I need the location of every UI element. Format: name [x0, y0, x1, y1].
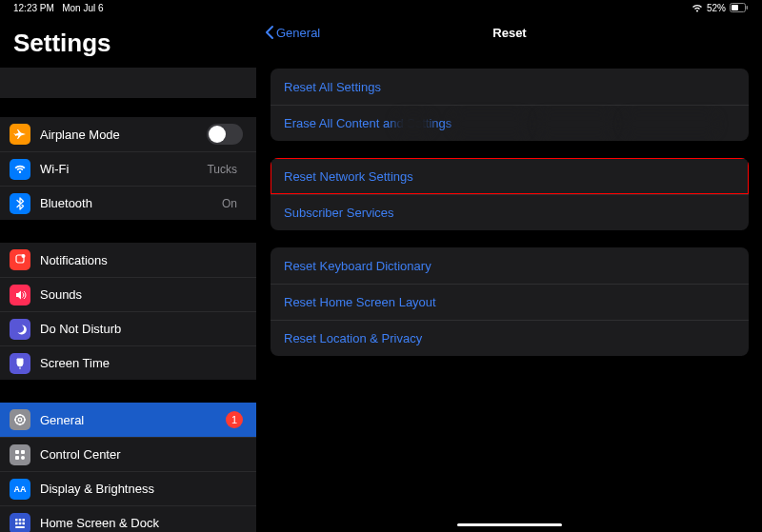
general-row[interactable]: General 1 — [0, 403, 256, 437]
svg-rect-14 — [23, 519, 26, 522]
bluetooth-row[interactable]: Bluetooth On — [0, 186, 256, 220]
controlcenter-icon — [10, 444, 30, 465]
redaction — [537, 112, 613, 135]
group-alerts: Notifications Sounds Do Not Disturb Scre… — [0, 243, 256, 380]
bluetooth-value: On — [222, 197, 237, 210]
bluetooth-icon — [10, 193, 30, 214]
svg-rect-18 — [15, 526, 25, 528]
page-title: Reset — [492, 26, 526, 40]
wifi-icon — [692, 4, 703, 12]
svg-rect-12 — [15, 519, 18, 522]
battery-icon — [730, 3, 749, 12]
homescreen-label: Home Screen & Dock — [40, 516, 243, 530]
sounds-icon — [10, 285, 30, 305]
screentime-label: Screen Time — [40, 356, 243, 370]
home-layout-label: Reset Home Screen Layout — [284, 295, 436, 309]
group-general: General 1 Control Center AA Display & Br… — [0, 403, 256, 532]
svg-rect-8 — [21, 450, 25, 454]
svg-rect-7 — [15, 450, 19, 454]
wifi-row[interactable]: Wi-Fi Tucks — [0, 151, 256, 186]
redaction — [451, 112, 528, 135]
reset-all-label: Reset All Settings — [284, 80, 381, 94]
svg-rect-2 — [747, 6, 749, 10]
keyboard-label: Reset Keyboard Dictionary — [284, 259, 431, 273]
homescreen-icon — [10, 513, 30, 533]
section-network: Reset Network Settings Subscriber Servic… — [271, 158, 749, 230]
dnd-icon — [10, 319, 30, 340]
reset-all-settings[interactable]: Reset All Settings — [271, 69, 749, 105]
wifi-row-icon — [10, 159, 30, 180]
display-row[interactable]: AA Display & Brightness — [0, 471, 256, 505]
svg-rect-9 — [15, 456, 19, 460]
home-indicator[interactable] — [457, 523, 562, 526]
redaction — [394, 112, 432, 135]
screentime-icon — [10, 353, 30, 374]
airplane-label: Airplane Mode — [40, 128, 207, 142]
status-time: 12:23 PM — [13, 3, 54, 13]
bluetooth-label: Bluetooth — [40, 196, 222, 210]
back-label: General — [276, 26, 320, 40]
svg-rect-13 — [19, 519, 22, 522]
chevron-left-icon — [265, 25, 274, 40]
dnd-row[interactable]: Do Not Disturb — [0, 311, 256, 345]
svg-rect-16 — [19, 522, 22, 524]
status-left: 12:23 PM Mon Jul 6 — [13, 3, 104, 13]
reset-network-label: Reset Network Settings — [284, 169, 413, 184]
reset-network-settings[interactable]: Reset Network Settings — [271, 158, 749, 194]
general-icon — [10, 409, 30, 430]
airplane-icon — [10, 124, 30, 145]
general-label: General — [40, 413, 226, 427]
search-input[interactable] — [0, 68, 256, 98]
sidebar: Settings Airplane Mode Wi-Fi Tucks — [0, 13, 257, 532]
reset-keyboard-dictionary[interactable]: Reset Keyboard Dictionary — [271, 247, 749, 284]
svg-text:AA: AA — [14, 484, 27, 494]
wifi-label: Wi-Fi — [40, 162, 207, 176]
location-label: Reset Location & Privacy — [284, 331, 422, 345]
notifications-icon — [10, 249, 30, 270]
airplane-mode-row[interactable]: Airplane Mode — [0, 117, 256, 151]
svg-point-6 — [18, 418, 22, 422]
redaction — [623, 112, 718, 135]
dnd-label: Do Not Disturb — [40, 322, 243, 336]
controlcenter-row[interactable]: Control Center — [0, 437, 256, 471]
main-container: Settings Airplane Mode Wi-Fi Tucks — [0, 0, 762, 532]
general-badge: 1 — [226, 411, 243, 428]
nav-header: General Reset — [257, 13, 762, 51]
svg-rect-17 — [23, 522, 26, 524]
sounds-row[interactable]: Sounds — [0, 277, 256, 311]
wifi-value: Tucks — [207, 163, 237, 176]
sounds-label: Sounds — [40, 287, 243, 302]
subscriber-label: Subscriber Services — [284, 206, 394, 220]
reset-home-screen-layout[interactable]: Reset Home Screen Layout — [271, 284, 749, 320]
back-button[interactable]: General — [257, 25, 320, 40]
notifications-label: Notifications — [40, 253, 243, 267]
controlcenter-label: Control Center — [40, 447, 243, 462]
erase-all-content[interactable]: Erase All Content and Settings — [271, 105, 749, 141]
svg-point-4 — [22, 254, 26, 258]
detail-pane: General Reset Reset All Settings Erase A… — [257, 13, 762, 532]
svg-rect-1 — [732, 5, 738, 10]
display-label: Display & Brightness — [40, 482, 243, 496]
svg-point-10 — [21, 456, 25, 460]
status-right: 52% — [692, 3, 749, 13]
battery-pct: 52% — [707, 3, 726, 13]
section-erase: Reset All Settings Erase All Content and… — [271, 69, 749, 141]
svg-rect-15 — [15, 522, 18, 524]
status-date: Mon Jul 6 — [62, 3, 103, 13]
display-icon: AA — [10, 479, 30, 500]
settings-title: Settings — [0, 13, 256, 68]
airplane-toggle[interactable] — [207, 124, 243, 145]
group-connectivity: Airplane Mode Wi-Fi Tucks Bluetooth On — [0, 117, 256, 220]
reset-location-privacy[interactable]: Reset Location & Privacy — [271, 320, 749, 356]
notifications-row[interactable]: Notifications — [0, 243, 256, 277]
screentime-row[interactable]: Screen Time — [0, 345, 256, 380]
section-other: Reset Keyboard Dictionary Reset Home Scr… — [271, 247, 749, 356]
subscriber-services[interactable]: Subscriber Services — [271, 194, 749, 230]
homescreen-row[interactable]: Home Screen & Dock — [0, 505, 256, 532]
